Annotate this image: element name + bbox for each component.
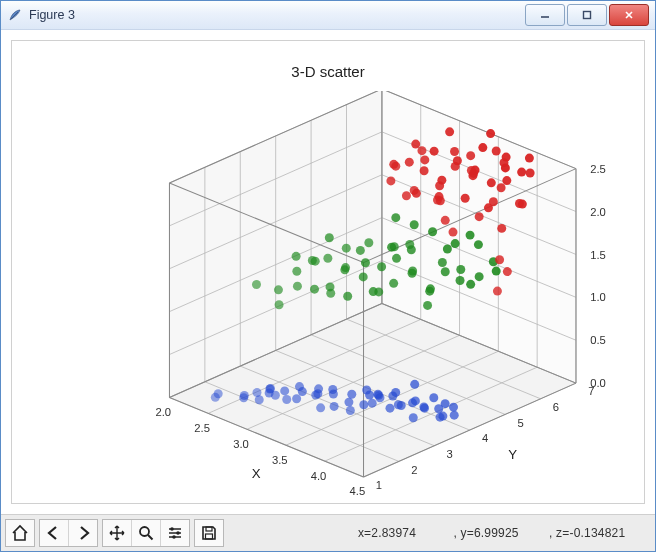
data-point (466, 280, 475, 289)
data-point (492, 267, 501, 276)
data-point (436, 413, 445, 422)
data-point (408, 398, 417, 407)
data-point (292, 267, 301, 276)
data-point (391, 213, 400, 222)
data-point (456, 276, 465, 285)
data-point (445, 127, 454, 136)
data-point (330, 402, 339, 411)
data-point (409, 413, 418, 422)
data-point (394, 400, 403, 409)
data-point (478, 143, 487, 152)
app-window: Figure 3 3-D scatter 2.02.53.03.54.04.51… (0, 0, 656, 552)
data-point (402, 191, 411, 200)
data-point (430, 147, 439, 156)
data-point (274, 285, 283, 294)
data-point (375, 393, 384, 402)
figure-frame: 3-D scatter 2.02.53.03.54.04.512345670.0… (11, 40, 645, 504)
svg-text:4.0: 4.0 (311, 470, 327, 482)
data-point (493, 287, 502, 296)
data-point (456, 265, 465, 274)
data-point (329, 390, 338, 399)
data-point (449, 403, 458, 412)
data-point (517, 168, 526, 177)
data-point (417, 146, 426, 155)
svg-text:1: 1 (376, 479, 382, 491)
data-point (497, 183, 506, 192)
home-button[interactable] (6, 520, 34, 546)
coord-z: , z=-0.134821 (549, 526, 641, 540)
data-point (359, 400, 368, 409)
save-button[interactable] (195, 520, 223, 546)
data-point (515, 199, 524, 208)
data-point (492, 146, 501, 155)
maximize-button[interactable] (567, 4, 607, 26)
coord-y: , y=6.99925 (453, 526, 545, 540)
data-point (386, 176, 395, 185)
data-point (292, 394, 301, 403)
svg-text:4: 4 (482, 432, 488, 444)
svg-text:6: 6 (553, 401, 559, 413)
svg-text:0.0: 0.0 (590, 377, 606, 389)
svg-text:Y: Y (508, 447, 517, 462)
svg-text:1.5: 1.5 (590, 249, 606, 261)
data-point (525, 154, 534, 163)
data-point (487, 178, 496, 187)
data-point (437, 176, 446, 185)
data-point (495, 255, 504, 264)
data-point (365, 390, 374, 399)
data-point (252, 280, 261, 289)
data-point (326, 289, 335, 298)
svg-point-86 (172, 535, 176, 539)
chart-title: 3-D scatter (12, 63, 644, 80)
data-point (391, 388, 400, 397)
data-point (310, 285, 319, 294)
forward-button[interactable] (69, 520, 97, 546)
data-point (443, 245, 452, 254)
zoom-button[interactable] (132, 520, 161, 546)
scatter-3d-chart[interactable]: 2.02.53.03.54.04.512345670.00.51.01.52.0… (52, 91, 624, 500)
data-point (316, 403, 325, 412)
back-button[interactable] (40, 520, 69, 546)
close-button[interactable] (609, 4, 649, 26)
svg-rect-87 (206, 527, 212, 531)
data-point (503, 267, 512, 276)
minimize-button[interactable] (525, 4, 565, 26)
data-point (475, 272, 484, 281)
svg-text:0.5: 0.5 (590, 334, 606, 346)
svg-point-79 (140, 527, 149, 536)
data-point (344, 398, 353, 407)
data-point (292, 252, 301, 261)
data-point (368, 399, 377, 408)
svg-text:2.5: 2.5 (194, 422, 210, 434)
svg-text:1.0: 1.0 (590, 291, 606, 303)
svg-text:3.0: 3.0 (233, 438, 249, 450)
data-point (405, 158, 414, 167)
data-point (342, 244, 351, 253)
data-point (425, 287, 434, 296)
data-point (364, 238, 373, 247)
data-point (356, 246, 365, 255)
svg-text:2.0: 2.0 (590, 206, 606, 218)
svg-text:2: 2 (411, 464, 417, 476)
data-point (411, 140, 420, 149)
data-point (359, 272, 368, 281)
pan-button[interactable] (103, 520, 132, 546)
data-point (385, 404, 394, 413)
data-point (298, 387, 307, 396)
data-point (438, 258, 447, 267)
data-point (433, 195, 442, 204)
svg-point-84 (176, 531, 180, 535)
data-point (466, 231, 475, 240)
data-point (451, 239, 460, 248)
configure-subplots-button[interactable] (161, 520, 189, 546)
title-bar: Figure 3 (1, 1, 655, 30)
svg-rect-1 (584, 12, 591, 19)
data-point (420, 155, 429, 164)
data-point (387, 243, 396, 252)
status-bar: x=2.83974 , y=6.99925 , z=-0.134821 (1, 514, 655, 551)
data-point (474, 240, 483, 249)
data-point (501, 163, 510, 172)
data-point (410, 186, 419, 195)
data-point (450, 147, 459, 156)
data-point (441, 399, 450, 408)
